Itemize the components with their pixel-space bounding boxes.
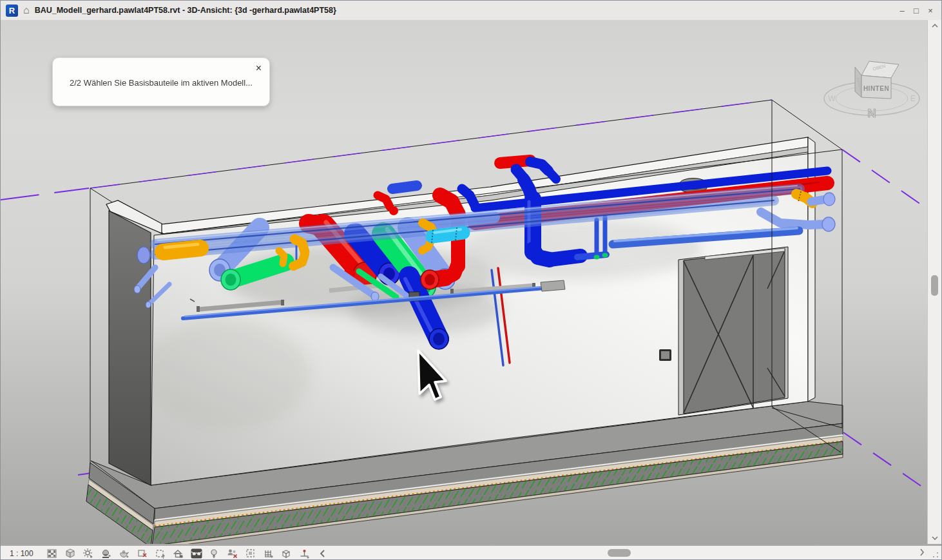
drawing-area[interactable]: N W E HINTEN OBEN RECHTS 2/2 Wählen Sie … (1, 20, 928, 544)
visual-style-icon[interactable] (64, 548, 76, 559)
detail-level-icon[interactable] (46, 548, 58, 559)
title-bar: R ⌂ BAU_Modell_gerhard.pawlat4PT58.rvt -… (1, 1, 941, 21)
vertical-scroll-thumb[interactable] (931, 275, 938, 296)
bottom-bar: 1 : 100 (1, 544, 942, 560)
revit-window: R ⌂ BAU_Modell_gerhard.pawlat4PT58.rvt -… (0, 0, 942, 560)
analytical-model-icon[interactable] (263, 548, 274, 559)
maximize-button[interactable]: □ (909, 3, 923, 17)
minimize-button[interactable]: – (895, 3, 909, 17)
temporary-hide-isolate-icon[interactable] (191, 548, 202, 559)
compass-east[interactable]: E (910, 94, 916, 103)
close-button[interactable]: × (923, 3, 937, 17)
window-title: BAU_Modell_gerhard.pawlat4PT58.rvt - 3D-… (35, 6, 336, 15)
horizontal-scrollbar[interactable] (321, 546, 928, 560)
crop-view-icon[interactable] (137, 548, 148, 559)
worksharing-display-icon[interactable] (227, 548, 238, 559)
compass-north[interactable]: N (867, 106, 876, 120)
scroll-down-icon[interactable] (928, 532, 942, 544)
toast-close-icon[interactable]: × (256, 63, 262, 73)
unlocked-3d-view-icon[interactable] (173, 548, 184, 559)
status-toast: 2/2 Wählen Sie Basisbauteile im aktiven … (52, 57, 270, 106)
show-crop-region-icon[interactable] (155, 548, 166, 559)
rail-bracket (541, 280, 565, 291)
reveal-hidden-elements-icon[interactable] (209, 548, 220, 559)
scroll-right-icon[interactable] (919, 548, 925, 559)
scroll-up-icon[interactable] (928, 20, 942, 32)
scale-button[interactable]: 1 : 100 (10, 549, 34, 558)
shadows-icon[interactable] (101, 548, 112, 559)
reveal-constraints-icon[interactable] (299, 548, 311, 559)
resize-grip-icon (932, 552, 939, 558)
horizontal-scroll-thumb[interactable] (608, 549, 631, 557)
sun-path-icon[interactable] (82, 548, 94, 559)
home-icon[interactable]: ⌂ (23, 5, 30, 15)
view-control-bar: 1 : 100 (1, 546, 321, 560)
viewcube-front-label[interactable]: HINTEN (863, 85, 889, 92)
rendering-dialog-icon[interactable] (119, 548, 130, 559)
vertical-scrollbar[interactable] (927, 20, 941, 544)
resize-corner[interactable] (927, 546, 941, 560)
revit-app-icon[interactable]: R (6, 5, 18, 17)
pipe-end-cap[interactable] (137, 247, 150, 264)
displacement-sets-icon[interactable] (281, 548, 293, 559)
door-panels (684, 249, 785, 414)
toast-message: 2/2 Wählen Sie Basisbauteile im aktiven … (70, 78, 253, 88)
compass-west[interactable]: W (828, 94, 836, 103)
electrical-box[interactable] (659, 349, 671, 361)
temporary-view-properties-icon[interactable] (245, 548, 256, 559)
